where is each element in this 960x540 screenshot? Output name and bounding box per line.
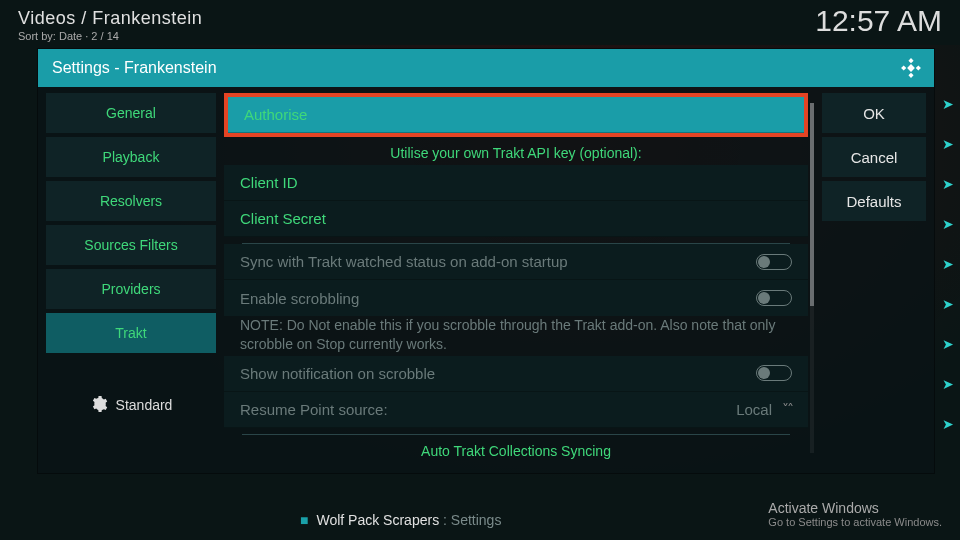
kodi-logo-icon: [900, 57, 922, 79]
scrobble-notification-toggle[interactable]: Show notification on scrobble: [224, 356, 808, 392]
cat-playback[interactable]: Playback: [46, 137, 216, 177]
bg-item-suffix: : Settings: [439, 512, 501, 528]
windows-watermark: Activate Windows Go to Settings to activ…: [768, 500, 942, 528]
settings-panel: Authorise Utilise your own Trakt API key…: [216, 93, 816, 463]
cat-providers[interactable]: Providers: [46, 269, 216, 309]
scrobble-notification-label: Show notification on scrobble: [240, 365, 435, 382]
cursor-icon: ➤: [942, 336, 954, 352]
client-id-setting[interactable]: Client ID: [224, 165, 808, 201]
cursor-icon: ➤: [942, 376, 954, 392]
watermark-sub: Go to Settings to activate Windows.: [768, 516, 942, 528]
cat-general[interactable]: General: [46, 93, 216, 133]
watermark-title: Activate Windows: [768, 500, 942, 516]
bullet-icon: ■: [300, 512, 308, 528]
action-buttons: OK Cancel Defaults: [816, 93, 926, 463]
topbar: Videos / Frankenstein Sort by: Date · 2 …: [0, 0, 960, 45]
cursor-icon: ➤: [942, 416, 954, 432]
svg-rect-2: [916, 65, 921, 70]
cat-resolvers[interactable]: Resolvers: [46, 181, 216, 221]
cancel-button[interactable]: Cancel: [822, 137, 926, 177]
scrobble-note: NOTE: Do Not enable this if you scrobble…: [224, 316, 808, 356]
settings-modal: Settings - Frankenstein General Playback…: [37, 48, 935, 474]
cat-trakt[interactable]: Trakt: [46, 313, 216, 353]
breadcrumb[interactable]: Videos / Frankenstein: [18, 8, 942, 29]
svg-rect-4: [907, 64, 915, 72]
settings-level-label: Standard: [116, 397, 173, 413]
scrollbar-thumb[interactable]: [810, 103, 814, 306]
authorise-button[interactable]: Authorise: [228, 97, 804, 133]
sort-info: Sort by: Date · 2 / 14: [18, 30, 942, 42]
toggle-off-icon: [756, 290, 792, 306]
cat-sources-filters[interactable]: Sources Filters: [46, 225, 216, 265]
modal-title: Settings - Frankenstein: [52, 59, 217, 77]
resume-point-value: Local: [736, 401, 772, 418]
toggle-off-icon: [756, 254, 792, 270]
background-list: ■Wolf Pack Scrapers : Settings: [300, 512, 501, 528]
bg-item-name: Wolf Pack Scrapers: [316, 512, 439, 528]
svg-rect-0: [908, 58, 913, 63]
settings-level-button[interactable]: Standard: [46, 387, 216, 423]
section-collections-sync: Auto Trakt Collections Syncing: [224, 435, 808, 463]
resume-point-source-setting[interactable]: Resume Point source: Local ˅˄: [224, 392, 808, 428]
scrollbar[interactable]: [810, 103, 814, 453]
svg-rect-3: [908, 73, 913, 78]
cursor-icon: ➤: [942, 96, 954, 112]
gear-icon: [90, 395, 108, 416]
spinner-icon: ˅˄: [782, 401, 792, 417]
defaults-button[interactable]: Defaults: [822, 181, 926, 221]
cursor-icon: ➤: [942, 136, 954, 152]
toggle-off-icon: [756, 365, 792, 381]
cursor-icon: ➤: [942, 216, 954, 232]
annotation-highlight: Authorise: [224, 93, 808, 137]
enable-scrobbling-toggle[interactable]: Enable scrobbling: [224, 280, 808, 316]
resume-point-label: Resume Point source:: [240, 401, 388, 418]
clock: 12:57 AM: [815, 4, 942, 38]
cursor-icon: ➤: [942, 256, 954, 272]
cursor-icon: ➤: [942, 176, 954, 192]
section-trakt-api: Utilise your own Trakt API key (optional…: [224, 137, 808, 165]
client-secret-setting[interactable]: Client Secret: [224, 201, 808, 237]
enable-scrobbling-label: Enable scrobbling: [240, 290, 359, 307]
cursor-icon: ➤: [942, 296, 954, 312]
ok-button[interactable]: OK: [822, 93, 926, 133]
svg-rect-1: [901, 65, 906, 70]
modal-titlebar: Settings - Frankenstein: [38, 49, 934, 87]
category-list: General Playback Resolvers Sources Filte…: [46, 93, 216, 463]
sync-watched-toggle[interactable]: Sync with Trakt watched status on add-on…: [224, 244, 808, 280]
sync-watched-label: Sync with Trakt watched status on add-on…: [240, 253, 568, 270]
